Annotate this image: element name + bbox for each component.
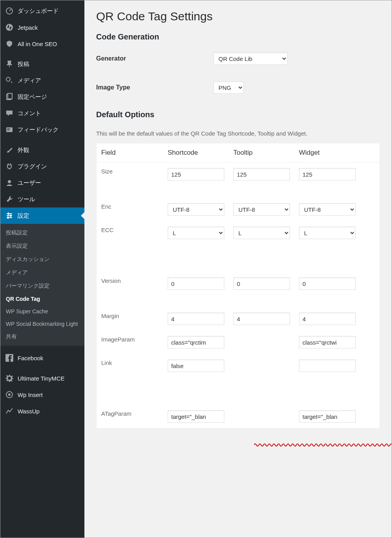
sidebar-item-jetpack[interactable]: Jetpack [0, 19, 84, 36]
plug-icon [5, 162, 14, 171]
svg-rect-7 [7, 130, 9, 130]
atagparam-widget-input[interactable] [299, 410, 356, 423]
sidebar-item-label: プラグイン [18, 163, 47, 170]
wrench-icon [5, 195, 14, 204]
sidebar-item-tinymce[interactable]: Ultimate TinyMCE [0, 370, 84, 386]
link-widget-input[interactable] [299, 359, 356, 372]
size-shortcode-input[interactable] [168, 168, 224, 181]
version-shortcode-input[interactable] [168, 277, 224, 290]
enc-tooltip-select[interactable]: UTF-8 [233, 203, 290, 216]
sidebar-item-wassup[interactable]: WassUp [0, 403, 84, 419]
enc-widget-select[interactable]: UTF-8 [299, 203, 356, 216]
ecc-tooltip-select[interactable]: L [233, 227, 290, 239]
row-label-imageparam: ImageParam [97, 331, 163, 354]
enc-shortcode-select[interactable]: UTF-8 [168, 203, 224, 216]
generator-label: Generator [96, 55, 213, 62]
submenu-item-sharing[interactable]: 共有 [0, 330, 84, 343]
gear-icon [5, 390, 14, 399]
generator-select[interactable]: QR Code Lib [213, 52, 288, 65]
sidebar-item-dashboard[interactable]: ダッシュボード [0, 3, 84, 19]
header-widget: Widget [294, 143, 360, 162]
row-label-atagparam: ATagParam [97, 405, 163, 428]
sidebar-item-facebook[interactable]: Facebook [0, 350, 84, 366]
size-tooltip-input[interactable] [233, 168, 290, 181]
header-tooltip: Tooltip [229, 143, 294, 162]
sidebar-item-feedback[interactable]: フィードバック [0, 122, 84, 138]
sidebar-item-label: メディア [18, 77, 41, 84]
version-tooltip-input[interactable] [233, 277, 290, 290]
sidebar-item-label: WassUp [18, 408, 39, 415]
jetpack-icon [5, 23, 14, 32]
content-area: QR Code Tag Settings Code Generation Gen… [84, 0, 392, 538]
imagetype-label: Image Type [96, 84, 213, 91]
ecc-shortcode-select[interactable]: L [168, 227, 224, 239]
row-label-margin: Margin [97, 307, 163, 331]
sidebar-item-pages[interactable]: 固定ページ [0, 89, 84, 105]
submenu-item-permalink[interactable]: パーマリンク設定 [0, 279, 84, 293]
sidebar-item-label: 固定ページ [18, 93, 47, 101]
sidebar-item-label: ツール [18, 196, 35, 203]
pages-icon [5, 93, 14, 101]
sidebar-item-media[interactable]: メディア [0, 72, 84, 89]
section-default-options: Default Options [96, 110, 380, 119]
shield-icon [5, 39, 14, 48]
sidebar-item-label: ユーザー [18, 179, 41, 187]
sidebar-item-label: Ultimate TinyMCE [18, 375, 64, 382]
page-title: QR Code Tag Settings [96, 10, 380, 23]
sidebar-item-comments[interactable]: コメント [0, 105, 84, 122]
facebook-icon [5, 354, 14, 362]
row-label-link: Link [97, 354, 163, 377]
svg-rect-13 [10, 214, 11, 217]
header-field: Field [97, 143, 163, 162]
imagetype-select[interactable]: PNG [213, 81, 244, 94]
sidebar-item-wpinsert[interactable]: Wp Insert [0, 386, 84, 403]
sidebar-item-plugins[interactable]: プラグイン [0, 158, 84, 175]
admin-sidebar: ダッシュボード Jetpack All in One SEO 投稿 メディア 固… [0, 0, 84, 538]
submenu-item-wpsupercache[interactable]: WP Super Cache [0, 305, 84, 318]
sidebar-item-users[interactable]: ユーザー [0, 175, 84, 191]
sidebar-item-label: コメント [18, 110, 41, 117]
imageparam-widget-input[interactable] [299, 336, 356, 349]
sidebar-item-label: 投稿 [18, 61, 29, 68]
sidebar-item-label: Facebook [18, 355, 43, 361]
version-widget-input[interactable] [299, 277, 356, 290]
margin-widget-input[interactable] [299, 313, 356, 325]
sidebar-item-label: All in One SEO [18, 41, 57, 47]
svg-point-1 [6, 24, 13, 31]
submenu-item-reading[interactable]: 表示設定 [0, 240, 84, 253]
link-shortcode-input[interactable] [168, 359, 224, 372]
imageparam-shortcode-input[interactable] [168, 336, 224, 349]
svg-rect-14 [7, 216, 9, 219]
sidebar-item-tools[interactable]: ツール [0, 191, 84, 207]
atagparam-shortcode-input[interactable] [168, 410, 224, 423]
sidebar-item-label: Wp Insert [18, 391, 43, 398]
sidebar-item-label: ダッシュボード [18, 7, 59, 15]
feedback-icon [5, 125, 14, 134]
media-icon [5, 76, 14, 85]
svg-rect-9 [7, 213, 12, 214]
submenu-item-wpsocial[interactable]: WP Social Bookmarking Light [0, 318, 84, 330]
sidebar-item-posts[interactable]: 投稿 [0, 56, 84, 72]
sidebar-item-label: Jetpack [18, 24, 38, 31]
header-shortcode: Shortcode [163, 143, 229, 162]
sidebar-item-aioseo[interactable]: All in One SEO [0, 36, 84, 52]
row-label-size: Size [97, 163, 163, 186]
chart-icon [5, 407, 14, 415]
submenu-item-media[interactable]: メディア [0, 266, 84, 279]
size-widget-input[interactable] [299, 168, 356, 181]
gear-icon [5, 374, 14, 382]
svg-point-8 [8, 180, 11, 183]
pin-icon [5, 60, 14, 68]
ecc-widget-select[interactable]: L [299, 227, 356, 239]
submenu-item-discussion[interactable]: ディスカッション [0, 253, 84, 266]
margin-tooltip-input[interactable] [233, 313, 290, 325]
sidebar-item-appearance[interactable]: 外観 [0, 142, 84, 158]
svg-point-17 [8, 393, 11, 396]
sidebar-item-label: フィードバック [18, 126, 59, 134]
margin-shortcode-input[interactable] [168, 313, 224, 325]
submenu-item-qrcodetag[interactable]: QR Code Tag [0, 293, 84, 305]
submenu-item-posts-settings[interactable]: 投稿設定 [0, 226, 84, 240]
sidebar-item-settings[interactable]: 設定 [0, 207, 84, 224]
svg-rect-4 [8, 93, 12, 99]
default-options-description: This will be the default values of the Q… [96, 130, 380, 137]
